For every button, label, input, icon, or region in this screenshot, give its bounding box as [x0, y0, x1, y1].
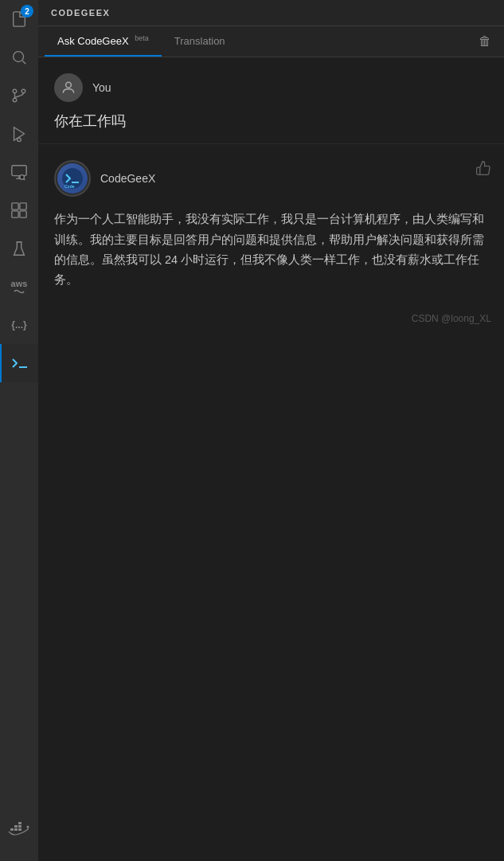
- user-message-header: You: [54, 73, 488, 102]
- remote-explorer-icon[interactable]: [0, 153, 38, 191]
- codex-avatar: Code: [54, 160, 91, 197]
- svg-rect-20: [14, 828, 18, 831]
- svg-line-1: [22, 61, 25, 64]
- svg-line-12: [24, 178, 25, 180]
- thumbup-button[interactable]: [475, 160, 491, 180]
- aws-icon[interactable]: aws: [0, 268, 38, 306]
- ai-message-block: Code CodeGeeX 作为一个人工智能助手，我没有实际工作，我只是一台计算…: [38, 144, 504, 307]
- user-message-block: You 你在工作吗: [38, 57, 504, 144]
- svg-rect-16: [20, 211, 26, 217]
- svg-point-2: [13, 89, 17, 93]
- svg-rect-19: [10, 828, 14, 831]
- svg-point-7: [18, 138, 21, 142]
- svg-rect-8: [12, 166, 26, 176]
- user-sender-label: You: [92, 81, 111, 94]
- svg-point-3: [21, 89, 25, 93]
- run-debug-icon[interactable]: [0, 115, 38, 153]
- svg-point-26: [66, 83, 72, 88]
- svg-rect-22: [14, 825, 18, 828]
- tabs-bar: Ask CodeGeeX beta Translation 🗑: [38, 26, 504, 57]
- svg-rect-14: [20, 203, 26, 209]
- main-panel: CODEGEEX Ask CodeGeeX beta Translation 🗑…: [38, 0, 504, 861]
- files-badge: 2: [21, 5, 33, 18]
- user-question-text: 你在工作吗: [54, 112, 488, 131]
- lab-icon[interactable]: [0, 229, 38, 268]
- tab-ask-codegeex[interactable]: Ask CodeGeeX beta: [45, 26, 162, 57]
- source-control-icon[interactable]: [0, 76, 38, 115]
- svg-point-25: [27, 826, 29, 828]
- chat-area: You 你在工作吗 Code: [38, 57, 504, 861]
- svg-rect-21: [18, 828, 21, 831]
- svg-rect-24: [18, 822, 21, 824]
- ai-response-text: 作为一个人工智能助手，我没有实际工作，我只是一台计算机程序，由人类编写和训练。我…: [54, 209, 488, 291]
- svg-text:Code: Code: [64, 184, 75, 189]
- sidebar: 2: [0, 0, 38, 861]
- json-icon[interactable]: {...}: [0, 306, 38, 344]
- codex-icon[interactable]: [0, 344, 38, 382]
- trash-button[interactable]: 🗑: [472, 28, 498, 55]
- watermark: CSDN @loong_XL: [38, 307, 504, 334]
- docker-icon[interactable]: [0, 810, 38, 848]
- svg-rect-15: [12, 211, 18, 217]
- extensions-icon[interactable]: [0, 191, 38, 229]
- ai-message-header: Code CodeGeeX: [54, 160, 488, 197]
- user-avatar: [54, 73, 83, 102]
- svg-rect-23: [18, 825, 21, 828]
- panel-title: CODEGEEX: [38, 0, 504, 26]
- files-icon[interactable]: 2: [0, 0, 38, 38]
- svg-rect-13: [12, 203, 18, 209]
- svg-point-0: [14, 52, 24, 62]
- beta-badge: beta: [135, 34, 149, 42]
- svg-marker-6: [14, 127, 25, 141]
- svg-point-4: [13, 98, 17, 102]
- search-icon[interactable]: [0, 38, 38, 76]
- tab-translation[interactable]: Translation: [162, 27, 238, 57]
- ai-sender-label: CodeGeeX: [100, 172, 155, 185]
